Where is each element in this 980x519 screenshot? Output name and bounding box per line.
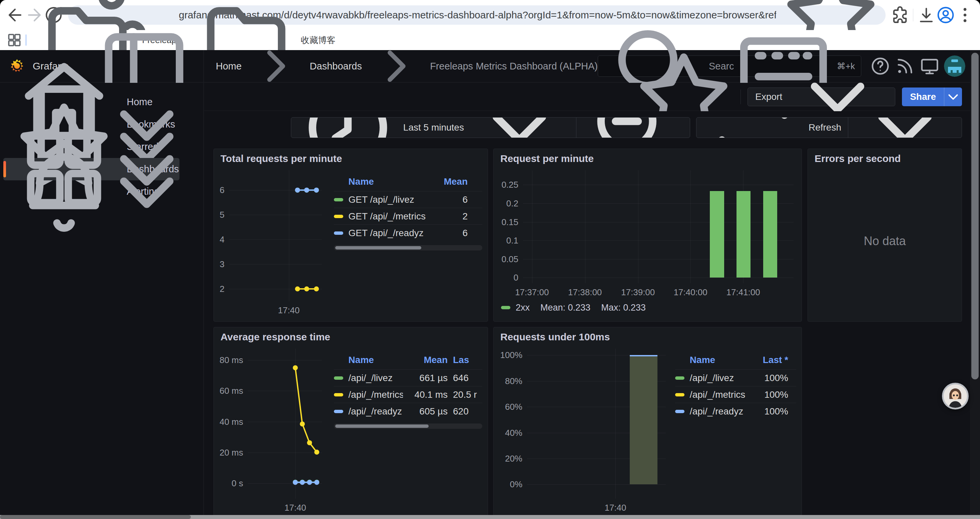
series-name[interactable]: /api/_/readyz (675, 406, 746, 417)
series-layer (229, 170, 322, 301)
legend-scrollbar-thumb[interactable] (335, 425, 429, 428)
series-value: 6 (428, 228, 482, 238)
y-axis-tick-label: 0.15 (501, 217, 523, 227)
browser-profile-icon[interactable] (936, 5, 955, 25)
y-axis-tick-label: 5 (220, 210, 229, 220)
series-name[interactable]: /api/_/readyz (334, 406, 403, 417)
series-color-chip (334, 410, 343, 413)
legend-row: /api/_/readyz100% (675, 403, 796, 420)
no-data-message: No data (813, 166, 956, 316)
panel-average-response-time: Average response time 80 ms60 ms40 ms20 … (213, 327, 488, 519)
series-name[interactable]: /api/_/livez (334, 373, 403, 383)
panel-title-bar[interactable]: Average response time (219, 327, 482, 344)
column-header[interactable]: Mean (403, 355, 453, 366)
column-header[interactable]: Name (348, 355, 403, 366)
horizontal-scrollbar[interactable] (0, 515, 980, 519)
apps-grid-icon[interactable] (6, 32, 23, 48)
legend-row: GET /api/_/livez6 (334, 191, 482, 208)
x-gridline (616, 349, 616, 498)
y-axis-tick-label: 4 (220, 235, 229, 245)
zoom-out-button[interactable] (576, 118, 690, 137)
share-button-label[interactable]: Share (902, 88, 944, 106)
legend-header-row: NameLast * (675, 355, 796, 369)
y-axis-tick-label: 0.1 (506, 235, 523, 246)
panel-title-bar[interactable]: Errors per second (813, 149, 956, 166)
breadcrumb-item[interactable]: Home (216, 61, 242, 72)
y-axis-tick-label: 60 ms (220, 386, 248, 396)
screen: Freeleaps收藏博客 Grafana HomeDashboardsFree… (0, 0, 980, 519)
sidebar: HomeBookmarksStarredDashboardsAlerting (0, 83, 204, 519)
chart-area: 80 ms60 ms40 ms20 ms0 s17:40 (219, 344, 325, 514)
panel-title-bar[interactable]: Requests under 100ms (499, 327, 796, 344)
kiosk-mode-icon[interactable] (919, 56, 940, 77)
column-header[interactable]: Last * (746, 355, 796, 366)
legend-row: GET /api/_/readyz6 (334, 224, 482, 241)
browser-menu-icon[interactable] (955, 5, 975, 25)
back-button[interactable] (5, 5, 25, 25)
x-axis-tick-label: 17:39:00 (621, 287, 655, 297)
legend-table: NameMeanLas/api/_/livez661 µs646/api/_/m… (334, 355, 482, 514)
expand-chevron-icon[interactable] (97, 142, 197, 242)
assistant-avatar-button[interactable] (942, 383, 969, 409)
legend-scrollbar-thumb[interactable] (335, 246, 421, 249)
refresh-button[interactable]: Refresh (697, 118, 848, 137)
x-axis-tick-label: 17:40:00 (673, 287, 707, 297)
series-value: 100% (746, 406, 796, 417)
y-gridline (523, 278, 794, 278)
y-axis-tick-label: 40% (505, 428, 527, 438)
y-axis-tick-label: 0 (514, 273, 523, 283)
refresh-interval-dropdown[interactable] (848, 118, 962, 137)
legend-stat: Mean: 0.233 (540, 303, 590, 313)
series-name[interactable]: /api/_/metrics (675, 390, 746, 400)
series-top-line (630, 355, 657, 356)
sidebar-item-alerting[interactable]: Alerting (3, 180, 180, 203)
downloads-icon[interactable] (916, 5, 936, 25)
legend-header-row: NameMeanLas (334, 355, 482, 369)
share-dropdown-icon[interactable] (944, 88, 962, 106)
user-avatar[interactable] (944, 56, 965, 77)
x-axis-tick-label: 17:38:00 (568, 287, 602, 297)
refresh-group: Refresh (696, 117, 962, 138)
panel-request-per-minute: Request per minute 0.250.20.150.10.05017… (493, 149, 802, 322)
y-axis-tick-label: 80% (505, 376, 527, 386)
legend-scrollbar[interactable] (334, 423, 482, 429)
series-name[interactable]: /api/_/metrics (334, 390, 403, 400)
x-gridline (532, 170, 532, 283)
panel-requests-under-100ms: Requests under 100ms 100%80%60%40%20%0%1… (493, 327, 802, 519)
y-axis-tick-label: 20% (505, 454, 527, 464)
time-range-button[interactable]: Last 5 minutes (291, 118, 576, 137)
series-value: 40.1 ms (403, 390, 453, 400)
chart-bar (763, 191, 777, 278)
chevron-down-icon (469, 117, 570, 138)
column-header[interactable]: Name (348, 176, 428, 187)
share-button[interactable]: Share (902, 88, 962, 106)
series-name[interactable]: /api/_/livez (675, 373, 746, 383)
legend-stat: Max: 0.233 (601, 303, 646, 313)
breadcrumb-item[interactable]: Dashboards (310, 61, 362, 72)
column-header[interactable]: Las (453, 355, 482, 366)
series-value: 646 (453, 373, 482, 383)
y-gridline (527, 484, 666, 485)
series-name[interactable]: GET /api/_/livez (334, 194, 428, 205)
legend-scrollbar[interactable] (334, 245, 482, 251)
export-button[interactable]: Export (748, 88, 895, 106)
y-gridline (523, 203, 794, 204)
series-name[interactable]: GET /api/_/metrics (334, 211, 428, 222)
legend-row: /api/_/metrics40.1 ms20.5 r (334, 386, 482, 403)
horizontal-scrollbar-thumb[interactable] (0, 515, 191, 519)
news-icon[interactable] (895, 56, 915, 77)
vertical-scrollbar-thumb[interactable] (971, 53, 978, 379)
y-gridline (523, 259, 794, 260)
column-header[interactable]: Mean (428, 176, 482, 187)
series-name[interactable]: GET /api/_/readyz (334, 228, 428, 238)
panel-title-bar[interactable]: Total requests per minute (219, 149, 482, 166)
vertical-scrollbar[interactable] (970, 50, 980, 515)
panel-title: Request per minute (500, 153, 594, 164)
column-header[interactable]: Name (690, 355, 746, 366)
series-color-chip (334, 232, 343, 235)
extensions-icon[interactable] (890, 5, 910, 25)
chart-plot: 0.250.20.150.10.05017:37:0017:38:0017:39… (523, 170, 794, 283)
series-value: 605 µs (403, 406, 453, 417)
panel-title-bar[interactable]: Request per minute (499, 149, 796, 166)
legend-item[interactable]: 2xx (501, 303, 530, 313)
